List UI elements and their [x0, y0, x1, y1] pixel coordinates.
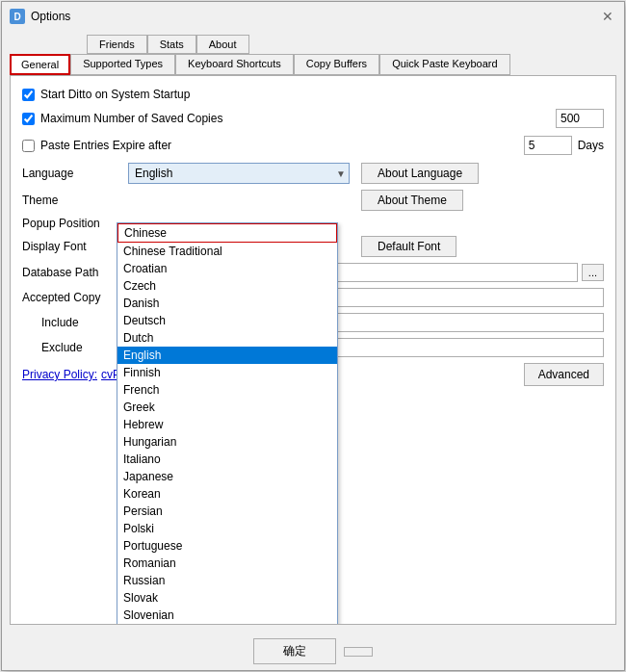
popup-label: Popup Position	[22, 217, 128, 230]
database-path-label: Database Path	[22, 266, 128, 279]
dropdown-item-slovak[interactable]: Slovak	[117, 589, 337, 607]
title-bar-left: D Options	[10, 9, 70, 24]
dropdown-item-greek[interactable]: Greek	[117, 399, 337, 416]
tabs-area: Friends Stats About General Supported Ty…	[2, 31, 624, 75]
tab-friends[interactable]: Friends	[87, 35, 147, 54]
tab-about[interactable]: About	[196, 35, 249, 54]
language-row: Language English ▼ About Language	[22, 163, 604, 184]
close-button[interactable]: ✕	[599, 8, 616, 25]
ok-button[interactable]: 确定	[253, 638, 336, 664]
dropdown-item-slovenian[interactable]: Slovenian	[117, 607, 337, 624]
dropdown-item-hebrew[interactable]: Hebrew	[117, 416, 337, 433]
tab-general[interactable]: General	[10, 54, 70, 75]
dropdown-item-english[interactable]: English	[117, 347, 337, 364]
dropdown-item-chinese[interactable]: Chinese	[117, 223, 337, 243]
paste-expire-checkbox[interactable]	[22, 140, 35, 152]
dropdown-item-romanian[interactable]: Romanian	[117, 555, 337, 572]
dropdown-item-deutsch[interactable]: Deutsch	[117, 312, 337, 329]
tab-supported-types[interactable]: Supported Types	[70, 54, 175, 75]
accepted-copy-label: Accepted Copy	[22, 291, 128, 304]
include-label: Include	[22, 316, 128, 329]
dropdown-item-french[interactable]: French	[117, 381, 337, 399]
cancel-button[interactable]	[344, 647, 373, 657]
window-title: Options	[31, 10, 70, 23]
dropdown-item-czech[interactable]: Czech	[117, 277, 337, 295]
startup-label: Start Ditto on System Startup	[40, 88, 190, 101]
language-select-container: English ▼	[128, 163, 350, 184]
display-font-label: Display Font	[22, 240, 128, 253]
dropdown-item-finnish[interactable]: Finnish	[117, 364, 337, 381]
tab-keyboard-shortcuts[interactable]: Keyboard Shortcuts	[175, 54, 294, 75]
theme-row: Theme About Theme	[22, 190, 604, 211]
exclude-label: Exclude	[22, 341, 128, 354]
default-font-button[interactable]: Default Font	[361, 236, 456, 257]
tab-copy-buffers[interactable]: Copy Buffers	[294, 54, 379, 75]
dropdown-item-croatian[interactable]: Croatian	[117, 260, 337, 277]
app-icon: D	[10, 9, 25, 24]
max-copies-row: Maximum Number of Saved Copies	[22, 109, 604, 128]
tab-quick-paste[interactable]: Quick Paste Keyboard	[379, 54, 509, 75]
dropdown-item-japanese[interactable]: Japanese	[117, 468, 337, 485]
dropdown-item-spanish[interactable]: Spanish	[117, 624, 337, 625]
startup-row: Start Ditto on System Startup	[22, 88, 604, 101]
dropdown-item-dutch[interactable]: Dutch	[117, 329, 337, 347]
browse-button[interactable]: ...	[582, 264, 604, 281]
tabs-row1: Friends Stats About	[87, 35, 616, 54]
language-label: Language	[22, 167, 128, 180]
startup-checkbox[interactable]	[22, 89, 35, 101]
tabs-row2: General Supported Types Keyboard Shortcu…	[10, 54, 616, 75]
dropdown-item-russian[interactable]: Russian	[117, 572, 337, 589]
language-dropdown: ChineseChinese TraditionalCroatianCzechD…	[117, 222, 338, 625]
dropdown-item-hungarian[interactable]: Hungarian	[117, 433, 337, 451]
title-bar: D Options ✕	[2, 2, 624, 31]
advanced-button[interactable]: Advanced	[524, 363, 604, 386]
about-language-button[interactable]: About Language	[361, 163, 479, 184]
options-window: D Options ✕ Friends Stats About General …	[1, 1, 625, 671]
privacy-policy-label[interactable]: Privacy Policy:	[22, 368, 97, 381]
dropdown-item-danish[interactable]: Danish	[117, 295, 337, 312]
max-copies-checkbox[interactable]	[22, 113, 35, 125]
dropdown-item-italiano[interactable]: Italiano	[117, 451, 337, 468]
theme-label: Theme	[22, 194, 128, 207]
paste-expire-label: Paste Entries Expire after	[40, 139, 524, 152]
dropdown-item-portuguese[interactable]: Portuguese	[117, 537, 337, 555]
bottom-bar: 确定	[2, 633, 624, 670]
max-copies-label: Maximum Number of Saved Copies	[40, 112, 556, 125]
dropdown-item-polski[interactable]: Polski	[117, 520, 337, 537]
dropdown-item-chinese-traditional[interactable]: Chinese Traditional	[117, 243, 337, 260]
language-select[interactable]: English	[128, 163, 350, 184]
paste-expire-row: Paste Entries Expire after Days	[22, 136, 604, 155]
content-area: Start Ditto on System Startup Maximum Nu…	[10, 75, 616, 625]
about-theme-button[interactable]: About Theme	[361, 190, 463, 211]
max-copies-input[interactable]	[556, 109, 604, 128]
dropdown-item-korean[interactable]: Korean	[117, 485, 337, 503]
tab-stats[interactable]: Stats	[147, 35, 196, 54]
paste-expire-input[interactable]	[524, 136, 572, 155]
paste-expire-suffix: Days	[578, 139, 604, 152]
dropdown-item-persian[interactable]: Persian	[117, 503, 337, 520]
